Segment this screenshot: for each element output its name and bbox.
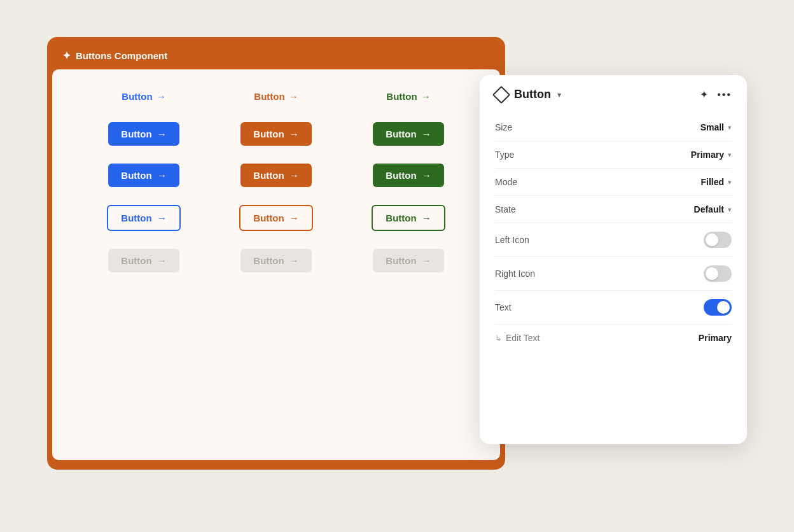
grid-cell: Button → — [210, 205, 342, 231]
arrow-icon: → — [422, 255, 431, 266]
button-label: Button — [386, 255, 416, 266]
prop-row-size: Size Small ▾ — [495, 114, 732, 141]
prop-value-type[interactable]: Primary ▾ — [691, 150, 732, 160]
button-label: Button — [386, 170, 416, 181]
prop-value-text-size: Small — [700, 122, 724, 132]
prop-value-text-type: Primary — [691, 150, 724, 160]
prop-chevron-state: ▾ — [728, 206, 732, 214]
prop-label-text: Text — [495, 302, 512, 312]
arrow-icon: → — [422, 213, 431, 223]
prop-label-state: State — [495, 204, 516, 214]
panel-title-area: Button ▾ — [495, 88, 561, 101]
component-frame: ✦ Buttons Component Button → Button → — [47, 37, 505, 470]
button-filled-orange-1[interactable]: Button → — [240, 122, 311, 146]
prop-row-text: Text — [495, 291, 732, 325]
component-inner: Button → Button → Button → — [52, 69, 500, 460]
prop-chevron-size: ▾ — [728, 123, 732, 132]
button-filled-green-1[interactable]: Button → — [373, 122, 443, 146]
grid-cell: Button → — [210, 88, 342, 104]
prop-row-state: State Default ▾ — [495, 196, 732, 223]
prop-row-left-icon: Left Icon — [495, 223, 732, 257]
panel-title: Button — [514, 88, 551, 101]
prop-label-right-icon: Right Icon — [495, 269, 535, 279]
button-label: Button — [121, 129, 151, 139]
arrow-icon: → — [422, 170, 431, 181]
arrow-icon: → — [157, 213, 167, 223]
button-label: Button — [386, 213, 416, 223]
toggle-text[interactable] — [704, 299, 732, 316]
grid-cell: Button → — [210, 164, 342, 187]
indent-arrow-icon: ↳ — [495, 333, 502, 343]
prop-chevron-mode: ▾ — [728, 178, 732, 186]
panel-actions: ✦ ••• — [700, 88, 732, 101]
button-label: Button — [121, 255, 151, 266]
prop-label-edit-text: ↳ Edit Text — [495, 333, 540, 343]
arrow-icon: → — [422, 129, 431, 139]
button-label: Button — [386, 91, 417, 102]
grid-cell: Button → — [342, 205, 475, 231]
grid-cell: Button → — [78, 164, 210, 187]
arrow-icon: → — [157, 170, 167, 181]
button-filled-blue-2[interactable]: Button → — [108, 164, 179, 187]
arrow-icon: → — [157, 255, 167, 266]
grid-cell: Button → — [78, 122, 210, 146]
grid-cell: Button → — [78, 205, 210, 231]
toggle-left-icon[interactable] — [704, 232, 732, 248]
arrow-icon: → — [289, 255, 299, 266]
grid-cell: Button → — [78, 249, 210, 272]
prop-label-type: Type — [495, 150, 514, 160]
prop-label-left-icon: Left Icon — [495, 235, 529, 245]
button-text-green[interactable]: Button → — [381, 88, 435, 104]
prop-value-state[interactable]: Default ▾ — [694, 204, 732, 214]
button-filled-blue-1[interactable]: Button → — [108, 122, 179, 146]
prop-value-text-edit-text: Primary — [699, 333, 732, 343]
prop-value-mode[interactable]: Filled ▾ — [700, 177, 732, 187]
prop-label-size: Size — [495, 122, 512, 132]
prop-value-text-mode: Filled — [700, 177, 724, 187]
move-icon[interactable]: ✦ — [700, 88, 708, 101]
button-outlined-blue[interactable]: Button → — [107, 205, 180, 231]
grid-cell: Button → — [210, 122, 342, 146]
prop-value-size[interactable]: Small ▾ — [700, 122, 732, 132]
prop-chevron-type: ▾ — [728, 151, 732, 159]
button-outlined-green[interactable]: Button → — [372, 205, 445, 231]
properties-panel: Button ▾ ✦ ••• Size Small ▾ Type P — [480, 75, 747, 444]
chevron-down-icon[interactable]: ▾ — [557, 90, 561, 99]
button-filled-orange-2[interactable]: Button → — [240, 164, 311, 187]
prop-row-mode: Mode Filled ▾ — [495, 169, 732, 196]
prop-value-edit-text[interactable]: Primary — [699, 333, 732, 343]
button-text-orange[interactable]: Button → — [249, 88, 303, 104]
arrow-icon: → — [289, 213, 299, 223]
button-label: Button — [122, 91, 152, 102]
arrow-icon: → — [289, 91, 298, 102]
grid-cell: Button → — [342, 249, 475, 272]
grid-cell: Button → — [342, 88, 475, 104]
prop-row-right-icon: Right Icon — [495, 257, 732, 291]
buttons-grid: Button → Button → Button → — [78, 88, 475, 272]
props-rows: Size Small ▾ Type Primary ▾ Mode Filled — [495, 114, 732, 351]
button-label: Button — [253, 213, 284, 223]
button-label: Button — [121, 213, 151, 223]
button-label: Button — [253, 255, 284, 266]
button-label: Button — [121, 170, 151, 181]
button-label: Button — [386, 129, 416, 139]
more-options-icon[interactable]: ••• — [717, 89, 732, 101]
prop-value-text-state: Default — [694, 204, 724, 214]
component-title: Buttons Component — [76, 50, 167, 61]
arrow-icon: → — [157, 91, 166, 102]
diamond-icon — [492, 85, 510, 103]
button-disabled-2: Button → — [240, 249, 311, 272]
arrow-icon: → — [289, 170, 299, 181]
arrow-icon: → — [157, 129, 167, 139]
button-outlined-orange[interactable]: Button → — [239, 205, 312, 231]
grid-cell: Button → — [210, 249, 342, 272]
button-filled-green-2[interactable]: Button → — [373, 164, 443, 187]
prop-label-edit-text-text: Edit Text — [506, 333, 540, 343]
toggle-right-icon[interactable] — [704, 265, 732, 282]
arrow-icon: → — [289, 129, 299, 139]
button-text-blue[interactable]: Button → — [116, 88, 171, 104]
button-disabled-1: Button → — [108, 249, 179, 272]
toggle-thumb-left-icon — [706, 234, 718, 246]
button-label: Button — [254, 91, 284, 102]
toggle-thumb-right-icon — [706, 267, 718, 280]
